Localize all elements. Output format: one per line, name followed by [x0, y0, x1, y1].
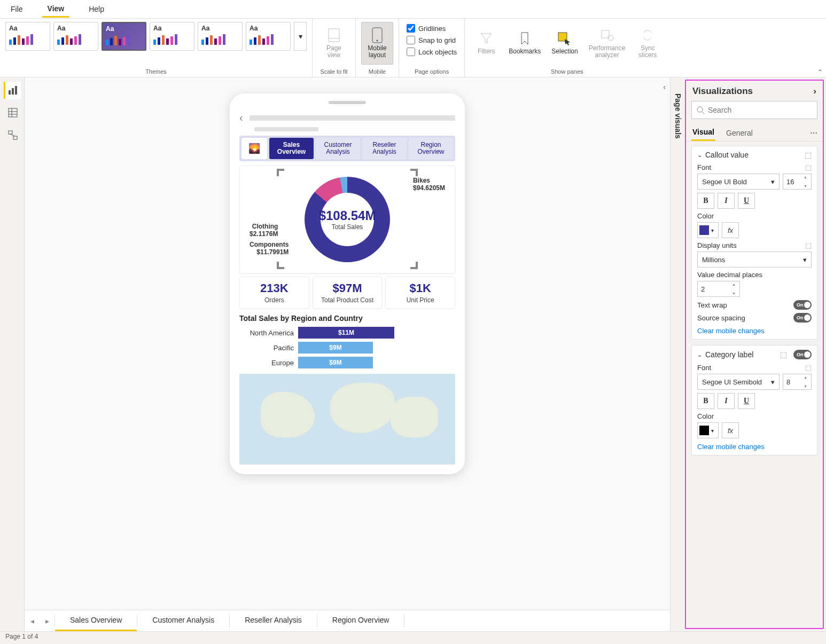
page-tab-next[interactable]: ▸: [40, 617, 54, 625]
snap-to-grid-checkbox[interactable]: Snap to grid: [407, 36, 457, 44]
mobile-icon: [370, 28, 385, 43]
callout-color-picker[interactable]: ▾: [697, 222, 719, 238]
page-view-button: Page view: [318, 22, 350, 65]
report-tab-sales-overview[interactable]: Sales Overview: [269, 138, 314, 159]
donut-center: $108.54M Total Sales: [319, 208, 376, 231]
source-spacing-toggle[interactable]: On: [793, 313, 812, 323]
themes-dropdown[interactable]: ▾: [294, 22, 307, 51]
kpi-unit-price[interactable]: $1KUnit Price: [385, 277, 455, 309]
report-tab-reseller-analysis[interactable]: Reseller Analysis: [362, 138, 407, 159]
menu-help[interactable]: Help: [83, 2, 110, 17]
tab-visual[interactable]: Visual: [691, 124, 715, 141]
collapse-pane-button[interactable]: ‹: [663, 83, 666, 91]
page-visuals-pane-collapsed[interactable]: Page visuals: [670, 77, 685, 631]
region-bar-visual[interactable]: Total Sales by Region and Country North …: [239, 314, 455, 368]
theme-swatch-2[interactable]: Aa: [53, 22, 98, 51]
selection-button[interactable]: Selection: [547, 22, 582, 65]
section-header-callout[interactable]: ⌄ Callout value ⬚: [697, 151, 812, 159]
category-italic-button[interactable]: I: [718, 393, 735, 409]
svg-line-16: [10, 134, 15, 136]
clear-mobile-changes-category[interactable]: Clear mobile changes: [697, 443, 812, 451]
phone-subtitle-placeholder: [254, 127, 318, 131]
kpi-orders[interactable]: 213KOrders: [239, 277, 309, 309]
svg-rect-0: [329, 29, 339, 42]
bookmarks-button[interactable]: Bookmarks: [504, 22, 545, 65]
reset-cat-font-icon[interactable]: ⬚: [805, 364, 812, 372]
reset-font-icon[interactable]: ⬚: [805, 163, 812, 171]
text-wrap-toggle[interactable]: On: [793, 300, 812, 310]
category-font-size-input[interactable]: 8▲▼: [783, 374, 812, 390]
category-bold-button[interactable]: B: [697, 393, 714, 409]
pane-expand-button[interactable]: ›: [813, 86, 816, 97]
section-header-category[interactable]: ⌄ Category label ⬚ On: [697, 350, 812, 359]
theme-swatch-5[interactable]: Aa: [198, 22, 243, 51]
chevron-down-icon: ⌄: [697, 351, 702, 358]
category-label-toggle[interactable]: On: [793, 350, 812, 359]
clear-mobile-changes-callout[interactable]: Clear mobile changes: [697, 327, 812, 335]
nav-data-view[interactable]: [4, 104, 21, 121]
theme-swatch-6[interactable]: Aa: [246, 22, 291, 51]
report-tab-region-overview[interactable]: Region Overview: [409, 138, 453, 159]
phone-back-button[interactable]: ‹: [239, 112, 243, 124]
ribbon-collapse-button[interactable]: ⌃: [817, 68, 823, 76]
reset-category-icon[interactable]: ⬚: [780, 350, 787, 359]
category-underline-button[interactable]: U: [738, 393, 755, 409]
category-font-family-select[interactable]: Segoe UI Semibold▾: [697, 374, 780, 390]
nav-report-view[interactable]: [4, 82, 21, 99]
bar-row-europe: Europe$9M: [239, 357, 455, 368]
gridlines-checkbox[interactable]: Gridlines: [407, 24, 457, 33]
svg-rect-10: [9, 108, 17, 117]
theme-swatch-3[interactable]: Aa: [102, 22, 146, 51]
theme-swatch-4[interactable]: Aa: [150, 22, 194, 51]
kpi-row: 213KOrders $97MTotal Product Cost $1KUni…: [239, 277, 455, 309]
report-tab-customer-analysis[interactable]: Customer Analysis: [316, 138, 360, 159]
nav-model-view[interactable]: [4, 127, 21, 144]
phone-title-placeholder: [250, 115, 455, 121]
mobile-layout-button[interactable]: Mobile layout: [361, 22, 393, 65]
menu-bar: File View Help: [0, 0, 826, 19]
search-input[interactable]: [708, 106, 813, 114]
visualizations-search[interactable]: [691, 101, 817, 119]
italic-button[interactable]: I: [718, 193, 735, 209]
display-units-select[interactable]: Millions▾: [697, 252, 812, 268]
bookmark-icon: [517, 31, 532, 46]
svg-line-18: [702, 112, 704, 114]
svg-rect-7: [9, 90, 11, 95]
kpi-product-cost[interactable]: $97MTotal Product Cost: [313, 277, 383, 309]
menu-file[interactable]: File: [5, 2, 28, 17]
font-family-select[interactable]: Segoe UI Bold▾: [697, 174, 780, 190]
page-tab-reseller-analysis[interactable]: Reseller Analysis: [230, 610, 317, 631]
lock-objects-checkbox[interactable]: Lock objects: [407, 48, 457, 56]
ribbon-group-themes-label: Themes: [145, 67, 167, 76]
donut-visual[interactable]: Bikes$94.6205M Clothing$2.1176M Componen…: [239, 166, 455, 273]
phone-notch: [329, 101, 366, 104]
page-tab-region-overview[interactable]: Region Overview: [317, 610, 404, 631]
format-tabs: Visual General ⋯: [686, 124, 823, 142]
callout-color-fx-button[interactable]: fx: [722, 222, 739, 238]
svg-rect-5: [602, 30, 609, 38]
tab-overflow-button[interactable]: ⋯: [810, 129, 817, 137]
category-color-picker[interactable]: ▾: [697, 422, 719, 438]
reset-icon[interactable]: ⬚: [805, 151, 812, 159]
pane-title: Visualizations: [692, 86, 753, 97]
page-tab-customer-analysis[interactable]: Customer Analysis: [137, 610, 229, 631]
page-tab-sales-overview[interactable]: Sales Overview: [55, 610, 137, 631]
font-size-input[interactable]: 16▲▼: [783, 174, 812, 190]
map-visual[interactable]: [239, 374, 455, 465]
category-color-fx-button[interactable]: fx: [722, 422, 739, 438]
barchart-icon: [7, 85, 18, 96]
section-callout-value: ⌄ Callout value ⬚ Font⬚ Segoe UI Bold▾ 1…: [691, 146, 817, 340]
bold-button[interactable]: B: [697, 193, 714, 209]
page-tab-prev[interactable]: ◂: [25, 617, 40, 625]
svg-point-17: [697, 107, 703, 112]
theme-swatch-1[interactable]: Aa: [5, 22, 50, 51]
data-label-components: Components$11.7991M: [250, 241, 289, 256]
tab-general[interactable]: General: [725, 125, 754, 140]
menu-view[interactable]: View: [42, 1, 70, 18]
ribbon: Aa Aa Aa Aa Aa Aa ▾ Themes Page view Sca…: [0, 19, 826, 77]
decimal-places-input[interactable]: 2▲▼: [697, 281, 740, 297]
underline-button[interactable]: U: [738, 193, 755, 209]
reset-units-icon[interactable]: ⬚: [805, 241, 812, 249]
chevron-down-icon: ⌄: [697, 152, 702, 159]
page-tabs: ◂ ▸ Sales Overview Customer Analysis Res…: [25, 610, 670, 631]
